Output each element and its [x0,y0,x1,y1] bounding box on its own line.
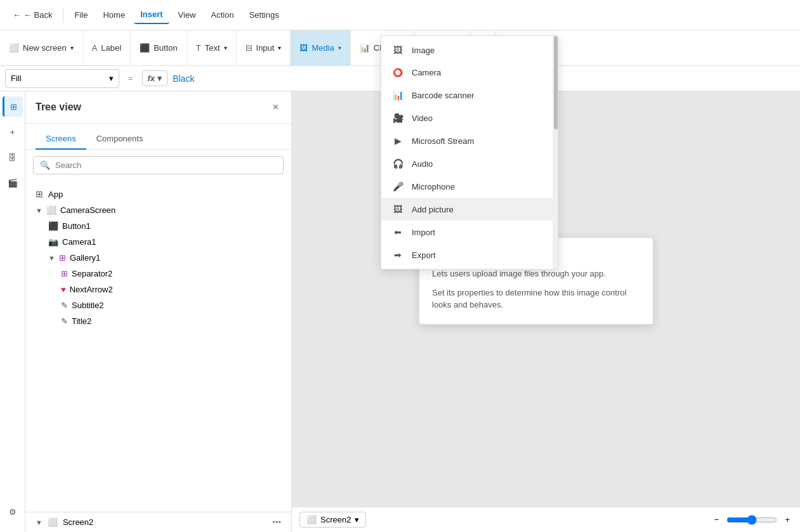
screen-tab-icon: ⬜ [306,515,317,524]
tree-item-nextarrow2[interactable]: ♥ NextArrow2 [51,282,291,297]
fill-caret-icon: ▾ [109,74,114,83]
menu-action[interactable]: Action [205,6,240,23]
dropdown-addpicture[interactable]: 🖼 Add picture [381,198,558,221]
audio-label: Audio [412,159,433,169]
sidebar-icon-media[interactable]: 🎬 [3,172,23,193]
fx-button[interactable]: fx ▾ [142,70,168,86]
gallery1-icon: ⊞ [59,253,66,263]
media-dropdown: 🖼 Image ⭕ Camera 📊 Barcode scanner 🎥 Vid… [381,36,558,269]
database-icon: 🗄 [8,153,16,162]
dropdown-scrollbar[interactable] [553,36,558,269]
fill-select[interactable]: Fill ▾ [5,69,119,88]
gallery-chevron-down-icon: ▼ [48,254,55,262]
fx-caret-icon: ▾ [157,74,162,83]
image-label: Image [412,46,435,55]
tree-tabs: Screens Components [25,124,291,150]
screen-tab-caret: ▾ [355,515,359,524]
tree-item-separator2[interactable]: ⊞ Separator2 [51,266,291,282]
menu-home[interactable]: Home [96,6,131,23]
new-screen-caret: ▾ [70,44,74,51]
tree-header: Tree view × [25,91,291,124]
tab-screens[interactable]: Screens [36,129,86,150]
video-label: Video [412,114,433,123]
sidebar-icon-tools[interactable]: ⚙ [3,502,23,522]
label-label: Label [101,43,121,53]
dropdown-video[interactable]: 🎥 Video [381,107,558,129]
more-options-icon[interactable]: ••• [272,517,281,527]
new-screen-icon: ⬜ [9,43,19,53]
menu-view[interactable]: View [172,6,202,23]
scrollbar-thumb [554,36,558,129]
tree-bottom-bar: ▼ ⬜ Screen2 ••• [25,512,291,532]
tree-item-title2[interactable]: ✎ Title2 [51,313,291,329]
stream-label: Microsoft Stream [412,136,474,146]
dropdown-camera[interactable]: ⭕ Camera [381,62,558,84]
menu-insert[interactable]: Insert [134,6,169,24]
camera1-label: Camera1 [62,237,96,247]
label-button[interactable]: A Label [83,30,131,65]
camera1-icon: 📷 [48,237,58,247]
search-input[interactable] [55,160,277,170]
dropdown-import[interactable]: ⬅ Import [381,221,558,243]
tab-components[interactable]: Components [86,129,154,150]
text-label: Text [205,43,220,53]
zoom-slider[interactable] [726,515,777,525]
charts-icon: 📊 [360,43,370,53]
screen2-chevron-icon: ▼ [36,519,43,526]
menu-file[interactable]: File [69,6,95,23]
title2-label: Title2 [72,316,91,326]
tree-item-camerascreen[interactable]: ▼ ⬜ CameraScreen [25,202,291,218]
addpicture-label: Add picture [412,205,454,214]
input-label: Input [256,43,275,53]
dropdown-image[interactable]: 🖼 Image [381,39,558,62]
dropdown-microphone[interactable]: 🎤 Microphone [381,175,558,198]
tree-item-subtitle2[interactable]: ✎ Subtitle2 [51,297,291,313]
barcode-label: Barcode scanner [412,91,474,100]
new-screen-button[interactable]: ⬜ New screen ▾ [0,30,83,65]
input-button[interactable]: ⊟ Input ▾ [237,30,291,65]
add-icon: + [10,127,15,137]
sidebar-icon-layers[interactable]: ⊞ [3,96,23,117]
text-button[interactable]: T Text ▾ [187,30,237,65]
media-label: Media [311,43,334,53]
zoom-minus-button[interactable]: − [712,515,722,524]
tree-item-camera1[interactable]: 📷 Camera1 [38,234,291,250]
new-screen-label: New screen [23,43,67,53]
sidebar-icon-database[interactable]: 🗄 [3,147,23,167]
screen-tab[interactable]: ⬜ Screen2 ▾ [299,512,366,528]
dropdown-export[interactable]: ➡ Export [381,243,558,266]
tree-item-gallery1[interactable]: ▼ ⊞ Gallery1 [38,250,291,266]
media-button[interactable]: 🖼 Media ▾ [291,30,350,65]
button-icon: ⬛ [140,43,150,53]
input-icon: ⊟ [246,43,252,53]
import-label: Import [412,228,435,237]
dropdown-audio[interactable]: 🎧 Audio [381,152,558,175]
zoom-plus-button[interactable]: + [782,515,792,524]
back-button[interactable]: ← ← Back [8,6,58,23]
dropdown-barcode[interactable]: 📊 Barcode scanner [381,84,558,107]
back-label: ← Back [23,10,53,20]
audio-icon: 🎧 [391,159,404,169]
formula-value: Black [173,74,194,84]
button-button[interactable]: ⬛ Button [131,30,187,65]
dropdown-stream[interactable]: ▶ Microsoft Stream [381,129,558,152]
nextarrow2-label: NextArrow2 [70,285,113,294]
separator2-label: Separator2 [72,269,112,278]
chevron-down-icon: ▼ [36,207,43,214]
menu-settings[interactable]: Settings [243,6,285,23]
camera-icon: ⭕ [391,68,404,77]
tree-close-button[interactable]: × [270,99,281,115]
label-icon: A [92,43,98,53]
button1-icon: ⬛ [48,221,58,231]
tree-item-app[interactable]: ⊞ App [25,186,291,202]
button-label: Button [154,43,178,53]
tree-content: ⊞ App ▼ ⬜ CameraScreen ⬛ Button1 📷 Camer… [25,181,291,512]
stream-icon: ▶ [391,136,404,146]
tools-icon: ⚙ [9,507,16,517]
sidebar-icon-add[interactable]: + [3,122,23,142]
gallery1-label: Gallery1 [70,253,100,263]
export-label: Export [412,250,436,260]
sidebar-icons: ⊞ + 🗄 🎬 ⚙ [0,91,25,532]
separator2-icon: ⊞ [61,269,68,278]
tree-item-button1[interactable]: ⬛ Button1 [38,218,291,234]
